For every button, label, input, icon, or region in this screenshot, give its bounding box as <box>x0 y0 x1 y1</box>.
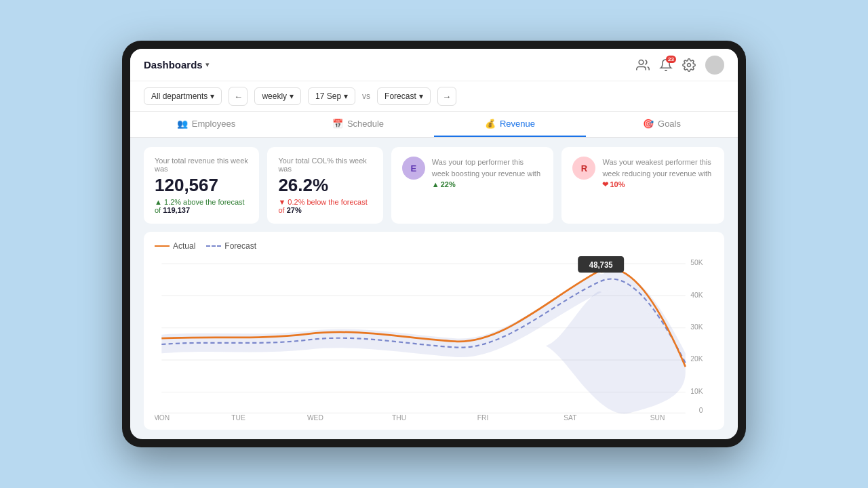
svg-text:WED: WED <box>307 413 323 420</box>
top-performer-avatar: E <box>402 157 425 180</box>
screen: Dashboards ▾ 23 All departments <box>130 49 738 439</box>
chart-container: Actual Forecast 50K 40K 30K 20K 10K <box>144 232 724 430</box>
tab-revenue[interactable]: 💰 Revenue <box>434 112 586 137</box>
tab-schedule[interactable]: 📅 Schedule <box>282 112 434 137</box>
col-delta-arrow: ▼ <box>278 198 288 206</box>
notification-button[interactable]: 23 <box>659 58 673 72</box>
chart-area: 50K 40K 30K 20K 10K 0 <box>155 256 713 420</box>
main-content: Your total revenue this week was 120,567… <box>130 138 738 439</box>
revenue-label: Your total revenue this week was <box>155 157 248 173</box>
top-performer-text: Was your top performer this week boostin… <box>432 157 543 190</box>
department-dropdown-icon: ▾ <box>210 92 214 101</box>
svg-point-1 <box>688 63 691 66</box>
tabs: 👥 Employees 📅 Schedule 💰 Revenue 🎯 Goals <box>130 112 738 138</box>
svg-text:50K: 50K <box>690 258 703 266</box>
header-right: 23 <box>636 56 724 75</box>
weak-performer-text: Was your weakest performer this week red… <box>602 157 713 190</box>
svg-text:THU: THU <box>392 413 406 420</box>
period-select[interactable]: weekly ▾ <box>254 87 301 105</box>
top-performer-card: E Was your top performer this week boost… <box>391 147 554 224</box>
revenue-icon: 💰 <box>485 119 496 129</box>
col-value: 26.2% <box>278 176 372 195</box>
svg-text:10K: 10K <box>690 386 703 394</box>
tab-goals[interactable]: 🎯 Goals <box>586 112 738 137</box>
dropdown-arrow-icon[interactable]: ▾ <box>205 60 210 69</box>
forecast-legend-label: Forecast <box>224 241 256 251</box>
dashboard-title: Dashboards <box>144 59 203 70</box>
forecast-select[interactable]: Forecast ▾ <box>377 87 431 105</box>
svg-text:MON: MON <box>155 413 170 420</box>
svg-text:0: 0 <box>699 406 703 414</box>
svg-text:40K: 40K <box>690 290 703 298</box>
col-label: Your total COL% this week was <box>278 157 372 173</box>
tab-employees[interactable]: 👥 Employees <box>130 112 282 137</box>
device-frame: Dashboards ▾ 23 All departments <box>122 41 746 447</box>
revenue-forecast-val: 119,137 <box>163 206 190 214</box>
forecast-legend-line <box>206 245 221 247</box>
schedule-icon: 📅 <box>332 119 343 129</box>
svg-point-0 <box>639 60 644 64</box>
chart-tooltip-text: 48,735 <box>589 260 613 268</box>
revenue-kpi-card: Your total revenue this week was 120,567… <box>144 147 259 224</box>
svg-text:FRI: FRI <box>477 413 489 420</box>
chart-legend: Actual Forecast <box>155 241 713 251</box>
kpi-row: Your total revenue this week was 120,567… <box>144 147 724 224</box>
next-period-button[interactable]: → <box>437 87 456 106</box>
notification-badge: 23 <box>666 56 676 63</box>
settings-button[interactable] <box>682 58 696 72</box>
date-dropdown-icon: ▾ <box>344 92 348 101</box>
prev-period-button[interactable]: ← <box>229 87 248 106</box>
revenue-value: 120,567 <box>155 176 248 195</box>
header-left: Dashboards ▾ <box>144 59 210 70</box>
svg-text:20K: 20K <box>690 354 703 363</box>
actual-legend-item: Actual <box>155 241 195 251</box>
col-forecast-val: 27% <box>287 206 302 214</box>
revenue-sub: ▲ 1.2% above the forecast of 119,137 <box>155 198 248 214</box>
date-select[interactable]: 17 Sep ▾ <box>308 87 355 105</box>
weak-performer-avatar: R <box>572 157 595 180</box>
actual-legend-label: Actual <box>173 241 195 251</box>
period-dropdown-icon: ▾ <box>290 92 294 101</box>
weak-performer-card: R Was your weakest performer this week r… <box>561 147 724 224</box>
vs-label: vs <box>362 92 370 101</box>
user-avatar[interactable] <box>705 56 724 75</box>
revenue-delta-arrow: ▲ <box>155 198 164 206</box>
actual-legend-line <box>155 245 170 247</box>
svg-text:30K: 30K <box>690 322 703 330</box>
svg-text:SAT: SAT <box>564 413 577 420</box>
forecast-legend-item: Forecast <box>206 241 256 251</box>
weak-performer-stat: ❤ 10% <box>602 179 625 190</box>
header: Dashboards ▾ 23 <box>130 49 738 81</box>
svg-text:SUN: SUN <box>650 413 665 420</box>
people-icon-button[interactable] <box>636 58 650 72</box>
col-kpi-card: Your total COL% this week was 26.2% ▼ 0.… <box>267 147 382 224</box>
col-sub: ▼ 0.2% below the forecast of 27% <box>278 198 372 214</box>
department-select[interactable]: All departments ▾ <box>144 87 222 105</box>
toolbar: All departments ▾ ← weekly ▾ 17 Sep ▾ vs… <box>130 81 738 112</box>
forecast-dropdown-icon: ▾ <box>419 92 423 101</box>
top-performer-stat: ▲ 22% <box>432 179 456 190</box>
goals-icon: 🎯 <box>643 119 654 129</box>
svg-text:TUE: TUE <box>231 413 245 420</box>
revenue-chart: 50K 40K 30K 20K 10K 0 <box>155 256 713 420</box>
employees-icon: 👥 <box>177 119 188 129</box>
